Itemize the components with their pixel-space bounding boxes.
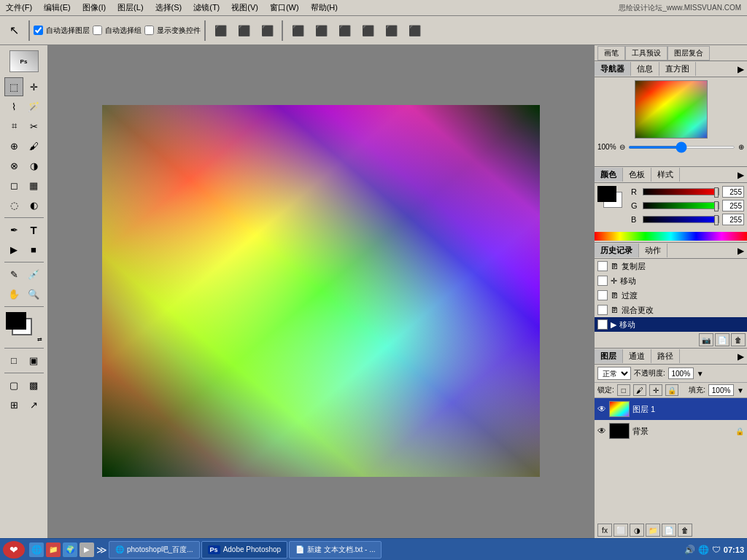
pen-tool[interactable]: ✒ <box>4 220 23 239</box>
menu-help[interactable]: 帮助(H) <box>305 1 344 15</box>
gradient-tool[interactable]: ▦ <box>24 176 43 195</box>
menu-view[interactable]: 视图(V) <box>225 1 264 15</box>
green-value-input[interactable]: 255 <box>722 200 744 211</box>
red-value-input[interactable]: 255 <box>722 186 744 198</box>
eyedropper-tool[interactable]: 💉 <box>24 265 43 284</box>
align-center-btn[interactable]: ⬛ <box>233 20 255 41</box>
layer-1-visibility-icon[interactable]: 👁 <box>597 404 606 414</box>
color-spectrum-bar[interactable] <box>595 232 747 241</box>
history-check-1[interactable] <box>597 261 608 271</box>
add-mask-btn[interactable]: ⬜ <box>614 524 628 537</box>
menu-file[interactable]: 文件(F) <box>0 1 38 15</box>
history-options-btn[interactable]: ▶ <box>735 246 747 256</box>
menu-window[interactable]: 窗口(W) <box>264 1 305 15</box>
shape-tool[interactable]: ■ <box>24 240 43 259</box>
opacity-input[interactable] <box>668 368 694 379</box>
color-options-btn[interactable]: ▶ <box>735 170 747 180</box>
new-document-btn[interactable]: 📄 <box>715 333 729 346</box>
eraser-tool[interactable]: ◻ <box>4 176 23 195</box>
layer-row-1[interactable]: 👁 图层 1 <box>595 398 747 420</box>
blue-channel-bar[interactable] <box>643 216 719 223</box>
screen-mode-btn2[interactable]: ▩ <box>24 376 43 394</box>
clone-stamp-tool[interactable]: ⊗ <box>4 156 23 175</box>
distribute-btn2[interactable]: ⬛ <box>310 20 332 41</box>
green-channel-bar[interactable] <box>643 202 719 209</box>
new-snapshot-btn[interactable]: 📷 <box>699 333 713 346</box>
distribute-btn1[interactable]: ⬛ <box>287 20 309 41</box>
auto-select-layer-checkbox[interactable] <box>34 26 43 35</box>
opacity-arrow-icon[interactable]: ▼ <box>697 370 704 378</box>
type-tool[interactable]: T <box>24 220 43 239</box>
slice-tool[interactable]: ✂ <box>24 117 43 136</box>
history-item-fade[interactable]: 🖹 过渡 <box>595 288 747 303</box>
auto-select-group-option[interactable]: 自动选择组 <box>93 26 142 36</box>
lock-transparent-btn[interactable]: □ <box>617 384 630 396</box>
history-tab[interactable]: 历史记录 <box>595 244 639 257</box>
taskbar-photoshop-baidu[interactable]: 🌐 photoshop吧_百度... <box>109 541 200 559</box>
marquee-tool[interactable]: ⬚ <box>4 77 23 96</box>
blend-mode-select[interactable]: 正常 溶解 <box>597 367 631 380</box>
history-item-blend[interactable]: 🖹 混合更改 <box>595 303 747 317</box>
channels-tab[interactable]: 通道 <box>623 349 651 363</box>
distribute-btn4[interactable]: ⬛ <box>357 20 379 41</box>
brushes-btn[interactable]: 画笔 <box>597 46 625 61</box>
history-check-4[interactable] <box>597 305 608 315</box>
distribute-btn5[interactable]: ⬛ <box>380 20 402 41</box>
layer-bg-visibility-icon[interactable]: 👁 <box>597 426 606 436</box>
fill-input[interactable] <box>708 384 734 396</box>
delete-layer-btn[interactable]: 🗑 <box>678 524 692 537</box>
lock-image-btn[interactable]: 🖌 <box>633 384 646 396</box>
new-layer-btn[interactable]: 📄 <box>662 524 676 537</box>
lock-position-btn[interactable]: ✛ <box>649 384 662 396</box>
distribute-btn3[interactable]: ⬛ <box>333 20 355 41</box>
menu-filter[interactable]: 滤镜(T) <box>187 1 225 15</box>
taskbar-adobe-photoshop[interactable]: Ps Adobe Photoshop <box>201 541 288 559</box>
histogram-tab[interactable]: 直方图 <box>659 62 696 76</box>
menu-edit[interactable]: 编辑(E) <box>38 1 77 15</box>
paths-tab[interactable]: 路径 <box>651 349 680 363</box>
quick-mask-btn[interactable]: ▣ <box>24 351 43 370</box>
tray-icon-2[interactable]: 🌐 <box>698 545 709 555</box>
layer-fx-btn[interactable]: fx <box>597 524 612 537</box>
lasso-tool[interactable]: ⌇ <box>4 97 23 116</box>
navigator-tab[interactable]: 导航器 <box>595 62 631 76</box>
layers-options-btn[interactable]: ▶ <box>735 351 747 362</box>
info-tab[interactable]: 信息 <box>631 62 659 76</box>
screen-mode-btn[interactable]: ▢ <box>4 376 23 394</box>
red-channel-bar[interactable] <box>643 188 719 195</box>
menu-image[interactable]: 图像(I) <box>77 1 112 15</box>
path-select-tool[interactable]: ▶ <box>4 240 23 259</box>
swap-colors-icon[interactable]: ⇄ <box>37 336 42 343</box>
show-transform-option[interactable]: 显示变换控件 <box>144 26 201 36</box>
jump-btn[interactable]: ↗ <box>24 395 43 414</box>
extras-btn[interactable]: ⊞ <box>4 395 23 414</box>
zoom-in-icon[interactable]: ⊕ <box>738 143 744 151</box>
canvas-area[interactable] <box>48 45 594 538</box>
color-tab[interactable]: 颜色 <box>595 168 623 182</box>
move-tool-btn[interactable]: ↖ <box>3 20 25 41</box>
history-item-move1[interactable]: ✛ 移动 <box>595 273 747 288</box>
menu-layer[interactable]: 图层(L) <box>112 1 149 15</box>
layer-row-bg[interactable]: 👁 背景 🔒 <box>595 420 747 442</box>
swatches-tab[interactable]: 色板 <box>623 168 651 182</box>
hand-tool[interactable]: ✋ <box>4 284 23 303</box>
history-item-copy[interactable]: 🖹 复制层 <box>595 259 747 273</box>
brush-tool[interactable]: 🖌 <box>24 136 43 155</box>
history-check-5[interactable] <box>597 319 608 330</box>
zoom-slider[interactable] <box>628 146 735 149</box>
media-icon[interactable]: ▶ <box>80 542 94 557</box>
history-check-3[interactable] <box>597 290 608 300</box>
history-brush-tool[interactable]: ◑ <box>24 156 43 175</box>
delete-state-btn[interactable]: 🗑 <box>731 333 746 346</box>
blue-value-input[interactable]: 255 <box>722 214 744 225</box>
folder-icon[interactable]: 📁 <box>46 542 61 557</box>
tool-presets-btn[interactable]: 工具预设 <box>625 46 667 61</box>
zoom-tool[interactable]: 🔍 <box>24 284 43 303</box>
menu-select[interactable]: 选择(S) <box>150 1 188 15</box>
align-right-btn[interactable]: ⬛ <box>256 20 278 41</box>
auto-select-group-checkbox[interactable] <box>93 26 102 35</box>
browser-icon[interactable]: 🌍 <box>63 542 77 557</box>
new-group-btn[interactable]: 📁 <box>646 524 660 537</box>
layer-comps-btn[interactable]: 图层复合 <box>667 46 710 61</box>
tray-icon-3[interactable]: 🛡 <box>712 545 721 555</box>
